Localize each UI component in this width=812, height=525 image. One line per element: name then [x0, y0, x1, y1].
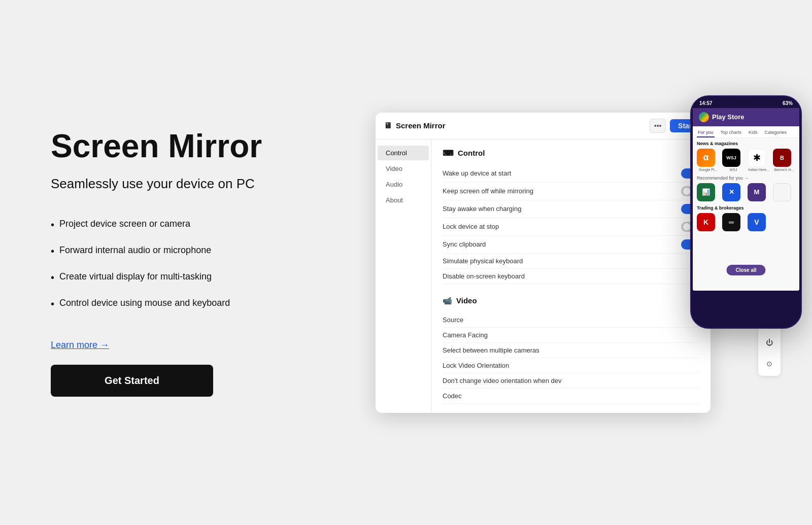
phone-close-all-button[interactable]: Close all: [726, 265, 765, 275]
content-area: Screen Mirror Seamlessly use your device…: [51, 111, 761, 415]
control-icon: ⌨: [443, 149, 454, 158]
titlebar: 🖥 Screen Mirror ••• Start: [376, 113, 710, 139]
settings-row-keyboard-sim: Simulate physical keyboard: [443, 254, 699, 269]
settings-row-keyboard-disable: Disable on-screen keyboard: [443, 269, 699, 284]
phone-trading-label: Trading & brokerages: [697, 205, 795, 211]
get-started-button[interactable]: Get Started: [51, 365, 213, 397]
phone-rec-app-4[interactable]: [773, 183, 795, 201]
phone-rec-app-1[interactable]: 📊: [697, 183, 719, 201]
settings-row-lock: Lock device at stop: [443, 218, 699, 236]
phone-trading-app-1[interactable]: K: [697, 213, 719, 231]
sidebar-item-audio[interactable]: Audio: [378, 177, 429, 192]
sidebar-item-control[interactable]: Control: [378, 146, 429, 160]
settings-row-awake: Stay awake when charging: [443, 200, 699, 218]
phone-top-bar: Play Store: [693, 108, 799, 126]
right-panel: 🖥 Screen Mirror ••• Start Control Video …: [325, 111, 761, 415]
phone-trading-app-3[interactable]: V: [748, 213, 770, 231]
settings-row-screen-off: Keep screen off while mirroring: [443, 183, 699, 200]
feature-item-1: Project device screen or camera: [51, 217, 294, 232]
rs-power-icon[interactable]: ⏻: [761, 334, 777, 351]
phone-content: News & magazines α Google Pl... WSJ WSJ: [693, 138, 799, 272]
phone-news-apps-grid: α Google Pl... WSJ WSJ ✱ Indian Here...: [697, 149, 795, 171]
phone-tab-topcharts[interactable]: Top charts: [720, 128, 743, 137]
settings-row-no-change-orient: Don't change video orientation when dev: [443, 373, 699, 389]
rs-dot-icon[interactable]: ⊙: [761, 356, 777, 372]
features-list: Project device screen or camera Forward …: [51, 217, 294, 311]
sidebar-item-about[interactable]: About: [378, 193, 429, 207]
settings-row-clipboard: Sync clipboard: [443, 236, 699, 254]
subtitle: Seamlessly use your device on PC: [51, 176, 294, 193]
phone-app-wsj[interactable]: WSJ WSJ: [722, 149, 745, 171]
left-panel: Screen Mirror Seamlessly use your device…: [51, 128, 294, 396]
phone-mockup: 14:57 63% Play Store: [690, 95, 802, 329]
more-options-button[interactable]: •••: [650, 119, 666, 133]
app-sidebar: Control Video Audio About: [376, 139, 431, 413]
phone-nav-tabs: For you Top charts Kids Categories: [693, 126, 799, 138]
phone-time: 14:57: [699, 100, 713, 106]
phone-rec-app-3[interactable]: M: [748, 183, 770, 201]
video-section: 📹 Video Source Camera Facing Select betw…: [443, 296, 699, 404]
page-title: Screen Mirror: [51, 128, 294, 164]
phone-trading-apps-grid: K ═ V: [697, 213, 795, 231]
phone-news-label: News & magazines: [697, 141, 795, 146]
control-section: ⌨ Control Wake up device at start Keep s…: [443, 149, 699, 284]
play-store-title: Play Store: [712, 113, 745, 121]
phone-top-bar-title: Play Store: [699, 112, 745, 122]
app-main: ⌨ Control Wake up device at start Keep s…: [431, 139, 710, 413]
phone-tab-kids[interactable]: Kids: [748, 128, 759, 137]
feature-item-4: Control device using mouse and keyboard: [51, 296, 294, 311]
settings-row-source: Source: [443, 312, 699, 328]
control-section-title: ⌨ Control: [443, 149, 699, 158]
phone-close-all-bar: Close all: [693, 272, 799, 291]
feature-item-2: Forward internal audio or microphone: [51, 243, 294, 259]
app-window: 🖥 Screen Mirror ••• Start Control Video …: [376, 113, 710, 413]
sidebar-item-video[interactable]: Video: [378, 161, 429, 176]
page-wrapper: Screen Mirror Seamlessly use your device…: [0, 0, 812, 525]
phone-status-bar: 14:57 63%: [691, 96, 801, 108]
phone-screen: Play Store For you Top charts Kids Categ…: [693, 108, 799, 291]
phone-screen-inner: Play Store For you Top charts Kids Categ…: [693, 108, 799, 291]
phone-app-barrons[interactable]: B Barron's H...: [773, 149, 795, 171]
phone-battery: 63%: [783, 100, 793, 106]
settings-row-codec: Codec: [443, 389, 699, 404]
play-store-icon: [699, 112, 709, 122]
feature-item-3: Create virtual display for multi-tasking: [51, 270, 294, 285]
phone-app-alpha[interactable]: α Google Pl...: [697, 149, 719, 171]
app-window-title-text: Screen Mirror: [396, 121, 446, 130]
video-icon: 📹: [443, 296, 452, 305]
phone-trading-app-2[interactable]: ═: [722, 213, 745, 231]
phone-app-nyt[interactable]: ✱ Indian Here...: [748, 149, 770, 171]
settings-row-wake: Wake up device at start: [443, 165, 699, 183]
learn-more-link[interactable]: Learn more →: [51, 340, 294, 351]
app-window-title: 🖥 Screen Mirror: [384, 121, 446, 130]
video-section-title: 📹 Video: [443, 296, 699, 305]
phone-recommended-label: Recommended for you →: [697, 176, 795, 181]
settings-row-lock-orient: Lock Video Orientation: [443, 358, 699, 373]
settings-row-camera-select: Select between multiple cameras: [443, 343, 699, 358]
phone-tab-foryou[interactable]: For you: [697, 128, 715, 137]
phone-rec-app-2[interactable]: ✕: [722, 183, 745, 201]
app-body: Control Video Audio About ⌨ Control: [376, 139, 710, 413]
screen-mirror-icon: 🖥: [384, 121, 392, 130]
phone-tab-categories[interactable]: Categories: [764, 128, 788, 137]
phone-rec-grid: 📊 ✕ M: [697, 183, 795, 201]
settings-row-camera-facing: Camera Facing: [443, 328, 699, 343]
